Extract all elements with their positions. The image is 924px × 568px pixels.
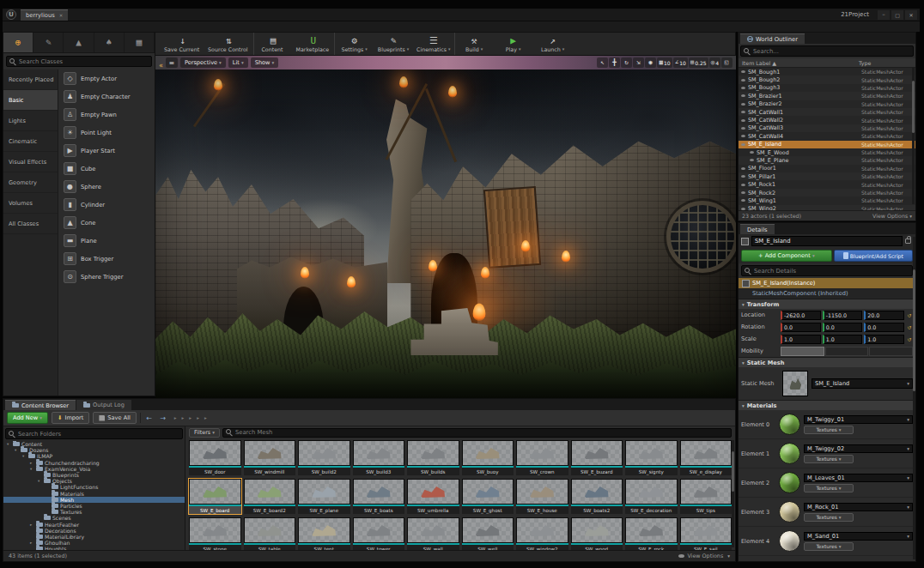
outliner-row[interactable]: SM_Rock1 StaticMeshActor	[739, 180, 915, 188]
asset-tile[interactable]: SW_boats2	[571, 479, 623, 514]
outliner-row[interactable]: SM_Bough3 StaticMeshActor	[739, 84, 915, 92]
x-value-field[interactable]: 1.0	[781, 335, 821, 344]
viewport-tool-button[interactable]: ∠ 10	[673, 57, 688, 68]
place-category[interactable]: Volumes	[3, 193, 58, 214]
minimize-icon[interactable]	[878, 10, 890, 20]
visibility-eye-icon[interactable]	[741, 143, 745, 146]
visibility-eye-icon[interactable]	[741, 199, 745, 202]
folder-row[interactable]: ▾ Content	[3, 441, 185, 447]
breadcrumb-item[interactable]	[186, 414, 194, 421]
material-sphere-thumbnail[interactable]	[779, 414, 800, 435]
close-tab-icon[interactable]	[59, 12, 64, 19]
asset-tile[interactable]: SW_E_boats	[353, 479, 405, 514]
details-scrollbar[interactable]	[913, 237, 915, 559]
import-button[interactable]: Import	[52, 412, 89, 424]
material-sphere-thumbnail[interactable]	[779, 501, 800, 523]
component-row-instance[interactable]: SM_E_Island(Instance)	[739, 278, 915, 288]
expander-icon[interactable]: ▾	[22, 454, 27, 458]
content-browser-tab[interactable]: Content Browser	[5, 400, 76, 410]
breadcrumb-item[interactable]	[172, 414, 179, 421]
visibility-eye-icon[interactable]	[741, 79, 745, 82]
save-all-button[interactable]: Save All	[93, 412, 136, 424]
place-item[interactable]: ⊞ Box Trigger	[58, 250, 155, 268]
toolbar-button[interactable]: ↗ Launch▾	[533, 33, 573, 55]
viewport-tool-button[interactable]: ⊞ 0.25	[689, 57, 708, 68]
breadcrumb-item[interactable]	[179, 414, 187, 421]
material-sphere-thumbnail[interactable]	[779, 472, 800, 493]
reset-icon[interactable]	[906, 336, 913, 342]
folder-row[interactable]: Materials	[3, 491, 185, 497]
toolbar-button[interactable]: U Marketplace	[293, 33, 335, 55]
z-value-field[interactable]: 0.0	[864, 323, 904, 332]
material-combo[interactable]: M_Twiggy_01	[804, 415, 913, 424]
breadcrumb-item[interactable]	[194, 414, 202, 421]
outliner-row[interactable]: SM_Brazier1 StaticMeshActor	[739, 92, 915, 100]
static-mesh-combo[interactable]: SM_E_Island	[812, 378, 913, 389]
asset-tile[interactable]: SW_crown	[516, 440, 568, 475]
visibility-eye-icon[interactable]	[741, 175, 745, 178]
place-category[interactable]: Visual Effects	[3, 152, 58, 172]
place-item[interactable]: ♙ Empty Pawn	[58, 106, 155, 124]
outliner-scrollbar[interactable]	[912, 67, 915, 204]
visibility-eye-icon[interactable]	[741, 135, 745, 137]
breadcrumb-item[interactable]	[202, 414, 210, 421]
perspective-menu[interactable]: Perspective	[180, 57, 226, 68]
material-sphere-thumbnail[interactable]	[779, 443, 800, 464]
section-materials[interactable]: Materials	[739, 400, 915, 410]
material-textures-button[interactable]: Textures	[804, 455, 854, 463]
viewport-tool-button[interactable]: ▦ 10	[657, 57, 672, 68]
outliner-row[interactable]: SM_Bough1 StaticMeshActor	[739, 68, 915, 76]
material-textures-button[interactable]: Textures	[804, 426, 854, 434]
outliner-search-input[interactable]	[753, 48, 913, 55]
asset-scrollbar[interactable]	[732, 440, 734, 547]
asset-tile[interactable]: SW_E_house	[516, 479, 568, 514]
add-new-button[interactable]: Add New	[7, 412, 48, 424]
expander-icon[interactable]: ▸	[30, 541, 34, 545]
toolbar-button[interactable]: ⚙ Settings▾	[334, 33, 374, 55]
visibility-eye-icon[interactable]	[741, 87, 745, 89]
viewport-tool-button[interactable]: ◎ 4	[709, 57, 720, 68]
outliner-row[interactable]: SM_E_Island StaticMeshActor	[739, 141, 915, 148]
content-browser-tab[interactable]: Output Log	[76, 400, 131, 410]
lock-icon[interactable]	[905, 239, 911, 244]
toolbar-button[interactable]: ⇅ Source Control	[204, 33, 252, 55]
outliner-row[interactable]: SM_CatWall3 StaticMeshActor	[739, 124, 915, 132]
y-value-field[interactable]: -1150.0	[823, 311, 863, 320]
folder-row[interactable]: Houghts	[3, 546, 185, 550]
restore-icon[interactable]	[891, 10, 903, 20]
place-search[interactable]	[6, 56, 152, 67]
place-search-input[interactable]	[19, 58, 151, 65]
toolbar-button[interactable]: ↓ Save Current	[161, 33, 204, 55]
place-item[interactable]: ▮ Cylinder	[58, 196, 155, 214]
asset-tile[interactable]: SW_E_buzard	[571, 440, 623, 475]
material-combo[interactable]: M_Sand_01	[804, 532, 913, 541]
viewport-tool-button[interactable]: ◉	[645, 57, 656, 68]
expander-icon[interactable]: ▾	[38, 479, 42, 483]
asset-tile[interactable]: SW_E_decoration	[625, 479, 678, 514]
visibility-eye-icon[interactable]	[750, 159, 754, 161]
place-category[interactable]: Basic	[3, 90, 58, 111]
expander-icon[interactable]: ▾	[7, 442, 11, 446]
outliner-row[interactable]: SM_Wing1 StaticMeshActor	[739, 196, 915, 204]
visibility-eye-icon[interactable]	[741, 103, 745, 106]
place-item[interactable]: ▬ Plane	[58, 232, 155, 250]
outliner-row[interactable]: SM_Bough2 StaticMeshActor	[739, 76, 915, 83]
visibility-eye-icon[interactable]	[741, 70, 745, 73]
folder-search-input[interactable]	[18, 431, 182, 438]
asset-tile[interactable]: SW_door	[189, 440, 241, 475]
place-item[interactable]: ▶ Player Start	[58, 142, 155, 160]
add-component-button[interactable]: + Add Component	[741, 250, 832, 262]
place-item[interactable]: ■ Cube	[58, 160, 155, 178]
static-mesh-thumbnail[interactable]	[782, 371, 808, 396]
viewport-tool-button[interactable]: ◱	[721, 57, 733, 68]
material-textures-button[interactable]: Textures	[804, 542, 854, 551]
material-sphere-thumbnail[interactable]	[779, 530, 800, 552]
folder-row[interactable]: MaterialLibrary	[3, 534, 185, 540]
folder-search[interactable]	[5, 428, 183, 439]
place-category[interactable]: Lights	[3, 111, 58, 131]
filters-button[interactable]: Filters	[189, 428, 220, 438]
expander-icon[interactable]: ▾	[15, 448, 19, 452]
section-static-mesh[interactable]: Static Mesh	[739, 357, 915, 367]
folder-row[interactable]: ▾ ILMAP	[3, 453, 185, 459]
mobility-option[interactable]	[869, 347, 913, 356]
